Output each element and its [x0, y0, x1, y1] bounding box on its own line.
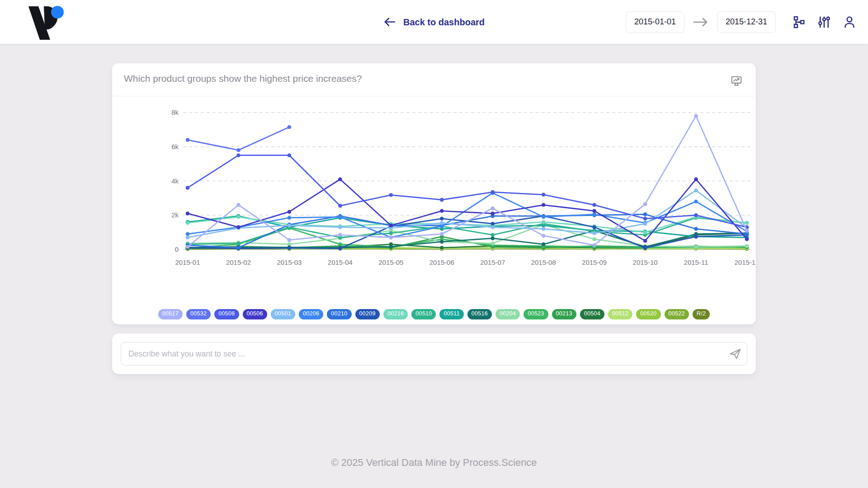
- data-point-00501[interactable]: [643, 222, 647, 226]
- data-point-00216[interactable]: [542, 220, 546, 224]
- data-point-00501[interactable]: [694, 188, 698, 192]
- data-point-00209[interactable]: [592, 225, 596, 229]
- legend-badge-00523[interactable]: 00523: [524, 309, 548, 319]
- data-point-00508[interactable]: [542, 193, 546, 197]
- data-point-00506[interactable]: [389, 224, 393, 228]
- data-point-00506[interactable]: [592, 209, 596, 213]
- data-point-00532[interactable]: [186, 138, 190, 142]
- data-point-00506[interactable]: [338, 177, 342, 181]
- app-logo[interactable]: [25, 5, 66, 40]
- data-point-00508[interactable]: [440, 198, 444, 202]
- data-point-00508[interactable]: [186, 186, 190, 190]
- legend-badge-00206[interactable]: 00206: [299, 309, 323, 319]
- data-point-00209[interactable]: [338, 246, 342, 250]
- data-point-00501[interactable]: [542, 227, 546, 231]
- legend-badge-00511[interactable]: 00511: [439, 309, 463, 319]
- data-point-00506[interactable]: [643, 239, 647, 243]
- data-point-00517[interactable]: [491, 206, 495, 211]
- data-point-00206[interactable]: [338, 215, 342, 219]
- data-point-00510[interactable]: [491, 233, 495, 237]
- data-point-00517[interactable]: [745, 229, 749, 233]
- data-point-00508[interactable]: [288, 153, 292, 157]
- data-point-00216[interactable]: [745, 221, 749, 225]
- data-point-00517[interactable]: [236, 203, 241, 207]
- data-point-00516[interactable]: [491, 236, 495, 240]
- data-point-00204[interactable]: [491, 241, 495, 245]
- data-point-00517[interactable]: [694, 114, 698, 118]
- data-point-00210[interactable]: [643, 212, 647, 216]
- data-point-00517[interactable]: [643, 202, 647, 206]
- data-point-00210[interactable]: [236, 246, 241, 250]
- legend-badge-00510[interactable]: 00510: [411, 309, 436, 319]
- data-point-00508[interactable]: [236, 153, 241, 157]
- legend-badge-00516[interactable]: 00516: [467, 309, 492, 319]
- data-point-00501[interactable]: [288, 224, 292, 228]
- data-point-00216[interactable]: [643, 230, 647, 235]
- data-point-00517[interactable]: [592, 243, 596, 247]
- data-point-00506[interactable]: [745, 237, 749, 241]
- data-point-00506[interactable]: [186, 211, 190, 216]
- legend-badge-00501[interactable]: 00501: [271, 309, 295, 319]
- prompt-input[interactable]: [121, 342, 747, 366]
- data-point-00209[interactable]: [288, 246, 292, 250]
- legend-badge-00512[interactable]: 00512: [608, 309, 632, 319]
- legend-badge-00508[interactable]: 00508: [214, 309, 239, 319]
- data-point-00501[interactable]: [491, 225, 495, 229]
- data-point-00501[interactable]: [186, 235, 190, 239]
- presentation-chart-button[interactable]: [729, 73, 744, 89]
- data-point-00508[interactable]: [338, 204, 342, 208]
- data-point-00508[interactable]: [694, 213, 698, 217]
- data-point-00517[interactable]: [389, 235, 393, 239]
- data-point-00501[interactable]: [338, 225, 342, 229]
- data-point-00532[interactable]: [236, 148, 241, 152]
- data-point-00501[interactable]: [592, 231, 596, 235]
- data-point-00508[interactable]: [491, 190, 495, 194]
- data-point-00501[interactable]: [440, 221, 444, 225]
- legend-badge-R/2[interactable]: R/2: [693, 309, 710, 319]
- legend-badge-00213[interactable]: 00213: [552, 309, 576, 319]
- legend-badge-00532[interactable]: 00532: [186, 309, 211, 319]
- data-point-00209[interactable]: [643, 246, 647, 250]
- data-point-00506[interactable]: [542, 203, 546, 207]
- data-point-00508[interactable]: [389, 193, 393, 197]
- data-point-00209[interactable]: [491, 222, 495, 226]
- legend-badge-00210[interactable]: 00210: [327, 309, 351, 319]
- data-point-00206[interactable]: [440, 225, 444, 229]
- data-point-00532[interactable]: [288, 125, 292, 129]
- legend-badge-00517[interactable]: 00517: [158, 309, 183, 319]
- date-from-input[interactable]: [626, 11, 684, 33]
- data-point-00516[interactable]: [389, 245, 393, 249]
- data-point-00506[interactable]: [440, 209, 444, 213]
- data-point-00517[interactable]: [542, 234, 546, 238]
- data-point-00506[interactable]: [491, 211, 495, 216]
- send-button[interactable]: [726, 344, 745, 363]
- date-to-input[interactable]: [717, 11, 776, 33]
- data-point-00510[interactable]: [389, 231, 393, 235]
- data-point-00504[interactable]: [440, 246, 444, 250]
- user-button[interactable]: [841, 14, 858, 31]
- data-point-00517[interactable]: [440, 232, 444, 236]
- data-point-00209[interactable]: [694, 235, 698, 239]
- data-point-00206[interactable]: [288, 216, 292, 220]
- legend-badge-00216[interactable]: 00216: [383, 309, 408, 319]
- data-point-00510[interactable]: [236, 241, 241, 245]
- data-point-00506[interactable]: [288, 210, 292, 214]
- data-point-00204[interactable]: [592, 237, 596, 241]
- data-point-00523[interactable]: [338, 242, 342, 246]
- data-point-00206[interactable]: [542, 215, 546, 219]
- data-point-00216[interactable]: [236, 215, 241, 219]
- data-point-00209[interactable]: [440, 217, 444, 221]
- legend-badge-00209[interactable]: 00209: [355, 309, 380, 319]
- data-point-00517[interactable]: [338, 233, 342, 237]
- data-point-00508[interactable]: [592, 203, 596, 207]
- legend-badge-00204[interactable]: 00204: [495, 309, 520, 319]
- data-point-00206[interactable]: [694, 200, 698, 204]
- data-point-00206[interactable]: [186, 232, 190, 236]
- legend-badge-00506[interactable]: 00506: [243, 309, 267, 319]
- legend-badge-00522[interactable]: 00522: [665, 309, 689, 319]
- data-point-00517[interactable]: [186, 245, 190, 249]
- back-to-dashboard-link[interactable]: Back to dashboard: [383, 17, 485, 27]
- data-point-00516[interactable]: [542, 242, 546, 246]
- legend-badge-00504[interactable]: 00504: [580, 309, 604, 319]
- data-point-00206[interactable]: [592, 212, 596, 216]
